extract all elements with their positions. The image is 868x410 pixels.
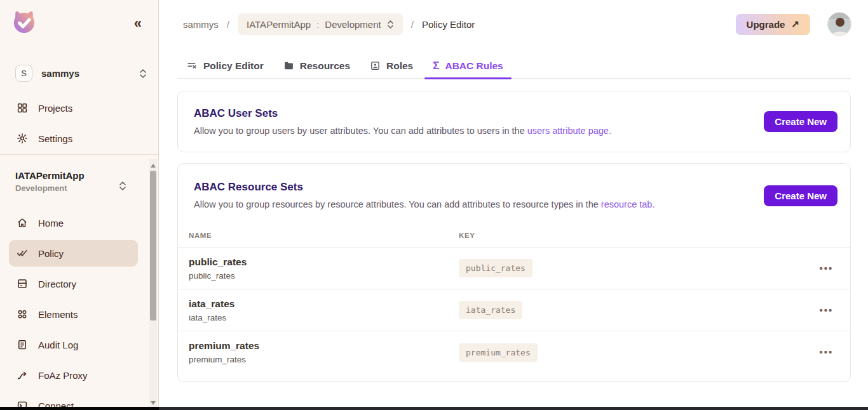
upgrade-button[interactable]: Upgrade ↗ (736, 14, 810, 35)
tab-resources[interactable]: Resources (275, 53, 358, 78)
sidebar-divider (0, 154, 158, 155)
chevron-up-down-icon (387, 20, 394, 29)
card-description-text: Allow you to group resources by resource… (194, 199, 601, 209)
column-header-key: KEY (459, 232, 803, 239)
sidebar-item-audit-log[interactable]: Audit Log (0, 329, 149, 360)
row-actions-menu-icon[interactable]: ••• (820, 305, 834, 315)
main-content: sammys / IATAPermitApp : Development / P… (159, 0, 868, 410)
workspace-name: sammys (41, 68, 139, 79)
upgrade-label: Upgrade (747, 19, 785, 30)
sidebar-item-projects[interactable]: Projects (0, 93, 158, 123)
sidebar-item-policy[interactable]: Policy (9, 240, 138, 267)
workspace-avatar: S (15, 65, 32, 82)
abac-user-sets-card: ABAC User Sets Allow you to group users … (177, 91, 851, 152)
sidebar-item-label: Directory (38, 279, 76, 289)
resource-set-subtitle: iata_rates (189, 313, 459, 322)
sidebar-item-directory[interactable]: Directory (0, 268, 149, 299)
project-environment-dropdown[interactable]: IATAPermitApp : Development (238, 13, 403, 35)
window-bottom-edge (0, 407, 868, 410)
card-description: Allow you to group resources by resource… (194, 199, 764, 209)
tab-abac-rules[interactable]: Σ ABAC Rules (424, 53, 512, 78)
roles-card-icon (370, 60, 381, 71)
table-header: NAME KEY (178, 223, 850, 248)
scroll-up-arrow-icon[interactable] (151, 164, 156, 168)
abac-resource-sets-card: ABAC Resource Sets Allow you to group re… (177, 163, 851, 382)
proxy-icon (17, 369, 28, 381)
sidebar-item-label: Audit Log (38, 340, 78, 350)
sidebar-item-foaz-proxy[interactable]: FoAz Proxy (0, 360, 149, 390)
users-attribute-page-link[interactable]: users attribute page. (527, 126, 611, 136)
app-root: « S sammys Projects Settings IATAPermitA… (0, 0, 868, 410)
column-header-name: NAME (189, 232, 459, 239)
window-bottom-edge-left (0, 407, 159, 410)
folder-icon (283, 60, 294, 71)
table-row[interactable]: premium_rates premium_rates premium_rate… (178, 331, 850, 373)
workspace-switcher[interactable]: S sammys (15, 65, 147, 82)
project-environment: Development (15, 183, 85, 193)
tab-roles[interactable]: Roles (362, 53, 421, 78)
breadcrumb-separator: / (411, 19, 414, 30)
resource-set-subtitle: public_rates (189, 271, 459, 281)
card-description-text: Allow you to group users by user attribu… (194, 126, 527, 136)
tab-label: Policy Editor (203, 60, 264, 72)
card-title: ABAC User Sets (194, 107, 764, 120)
chevron-up-down-icon (139, 69, 147, 79)
resource-set-name: public_rates (189, 256, 459, 268)
table-row[interactable]: iata_rates iata_rates iata_rates ••• (178, 289, 850, 331)
top-bar: sammys / IATAPermitApp : Development / P… (159, 0, 868, 48)
sigma-icon: Σ (433, 60, 439, 71)
breadcrumb-colon: : (316, 19, 319, 30)
breadcrumb-environment: Development (325, 19, 381, 30)
card-title: ABAC Resource Sets (194, 181, 764, 194)
sidebar-item-label: Settings (38, 133, 72, 144)
sidebar: « S sammys Projects Settings IATAPermitA… (0, 0, 159, 410)
directory-icon (17, 278, 28, 289)
sidebar-item-label: FoAz Proxy (38, 370, 88, 381)
sidebar-project-nav: Home Policy Directory Elements Audit Log… (0, 208, 149, 410)
home-icon (17, 217, 28, 228)
create-new-user-set-button[interactable]: Create New (764, 111, 837, 132)
resource-set-key-badge: iata_rates (459, 301, 522, 319)
user-avatar[interactable] (827, 12, 851, 36)
breadcrumb-separator: / (227, 19, 229, 30)
table-row[interactable]: public_rates public_rates public_rates •… (178, 248, 850, 289)
tab-label: Resources (300, 60, 350, 72)
breadcrumb-workspace[interactable]: sammys (183, 19, 219, 30)
sidebar-item-label: Policy (38, 248, 64, 259)
scroll-down-arrow-icon[interactable] (151, 401, 156, 405)
chevron-up-down-icon[interactable] (119, 180, 126, 192)
resource-set-name: iata_rates (189, 298, 459, 310)
sidebar-item-elements[interactable]: Elements (0, 299, 149, 329)
sidebar-item-home[interactable]: Home (0, 208, 149, 238)
sidebar-collapse-icon[interactable]: « (134, 17, 140, 30)
sidebar-item-settings[interactable]: Settings (0, 123, 158, 154)
tab-label: Roles (386, 60, 413, 72)
sidebar-static-nav: Projects Settings (0, 93, 158, 154)
list-x-icon (187, 60, 198, 71)
resource-set-subtitle: premium_rates (189, 355, 459, 364)
breadcrumb-project: IATAPermitApp (247, 19, 311, 30)
scrollbar-thumb[interactable] (150, 171, 156, 321)
tab-policy-editor[interactable]: Policy Editor (179, 53, 272, 78)
resource-set-name: premium_rates (189, 340, 459, 352)
resource-set-key-badge: premium_rates (459, 343, 538, 362)
project-switcher[interactable]: IATAPermitApp Development (15, 170, 85, 193)
create-new-resource-set-button[interactable]: Create New (764, 185, 837, 206)
resource-tab-link[interactable]: resource tab. (601, 199, 655, 209)
elements-icon (17, 308, 28, 320)
resource-set-key-badge: public_rates (459, 259, 532, 277)
arrow-up-right-icon: ↗ (791, 18, 799, 30)
breadcrumb-page: Policy Editor (422, 19, 475, 30)
policy-tabs: Policy Editor Resources Roles Σ ABAC Rul… (177, 53, 851, 79)
permit-logo[interactable] (10, 8, 38, 36)
sidebar-item-label: Elements (38, 309, 78, 320)
tab-label: ABAC Rules (445, 60, 503, 72)
sidebar-item-label: Projects (38, 103, 72, 114)
sidebar-scrollbar[interactable] (149, 159, 157, 410)
grid-icon (17, 102, 28, 114)
row-actions-menu-icon[interactable]: ••• (820, 263, 834, 274)
card-description: Allow you to group users by user attribu… (194, 126, 764, 136)
project-name: IATAPermitApp (15, 170, 85, 181)
row-actions-menu-icon[interactable]: ••• (820, 347, 834, 357)
audit-log-icon (17, 339, 28, 350)
